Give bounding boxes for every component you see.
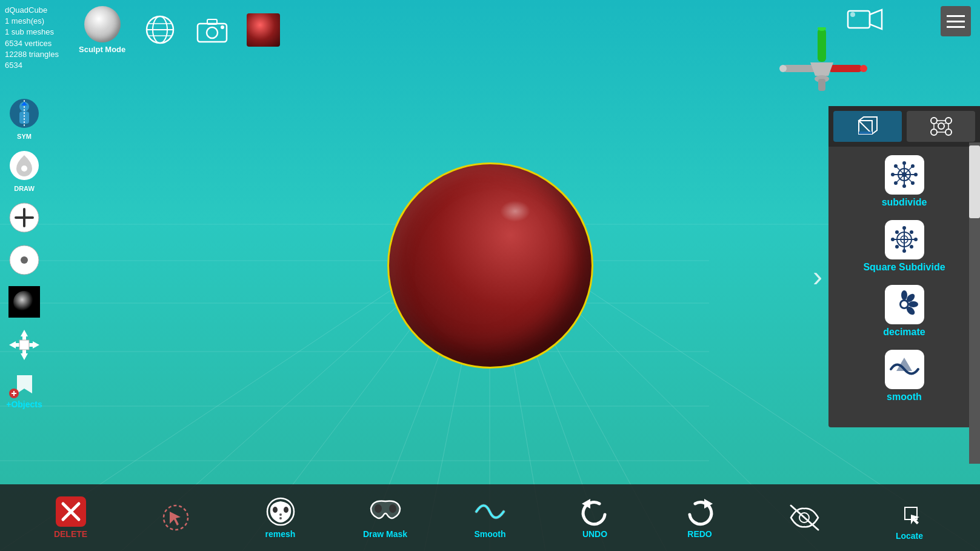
move-widget-button[interactable]: [6, 327, 42, 363]
delete-icon: [56, 496, 86, 527]
svg-rect-33: [828, 65, 862, 72]
draw-mask-label: Draw Mask: [363, 529, 407, 539]
right-panel: subdivide: [828, 106, 980, 427]
hamburger-menu-button[interactable]: [941, 6, 971, 36]
dashed-circle-icon: [161, 503, 191, 533]
hamburger-line-3: [947, 26, 965, 28]
delete-button[interactable]: DELETE: [47, 496, 95, 539]
decimate-icon: [885, 285, 924, 324]
svg-point-94: [894, 181, 898, 185]
svg-point-72: [931, 129, 937, 135]
remesh-label: remesh: [265, 529, 296, 539]
brush-opacity-icon: [8, 286, 40, 318]
hamburger-line-2: [947, 21, 965, 22]
locate-label: Locate: [896, 531, 923, 541]
panel-tab-cube[interactable]: [833, 111, 902, 142]
svg-point-106: [910, 245, 913, 249]
svg-point-92: [911, 181, 915, 185]
smooth-tool-button[interactable]: smooth: [833, 346, 975, 406]
add-icon: [8, 201, 41, 235]
svg-point-124: [273, 507, 278, 513]
sculpt-sphere[interactable]: [387, 162, 593, 369]
svg-point-28: [850, 12, 855, 17]
app-meshes: 1 mesh(es): [5, 16, 59, 27]
undo-button[interactable]: UNDO: [571, 496, 619, 539]
svg-point-128: [375, 504, 382, 513]
hamburger-line-1: [947, 15, 965, 17]
svg-marker-36: [810, 62, 833, 76]
draw-button[interactable]: DRAW: [7, 149, 42, 192]
globe-icon-button[interactable]: [144, 13, 177, 47]
add-button[interactable]: [7, 201, 42, 235]
svg-point-91: [894, 164, 898, 168]
svg-rect-61: [19, 340, 29, 350]
sym-icon: [8, 97, 41, 130]
draw-mask-button[interactable]: Draw Mask: [361, 496, 410, 539]
undo-icon: [578, 496, 612, 527]
add-objects-button[interactable]: +Objects: [6, 372, 42, 409]
locate-button[interactable]: Locate: [885, 495, 934, 541]
subdivide-icon: [885, 155, 924, 195]
decimate-label: decimate: [883, 327, 925, 338]
svg-point-101: [902, 226, 906, 230]
svg-point-127: [279, 517, 282, 519]
decimate-button[interactable]: decimate: [833, 281, 975, 341]
svg-point-105: [895, 230, 899, 234]
brush-opacity-button[interactable]: [7, 286, 42, 318]
sym-button[interactable]: SYM: [7, 97, 42, 140]
svg-point-25: [221, 25, 224, 29]
sculpt-mode-label: Sculpt Mode: [79, 45, 125, 54]
app-sub-meshes: 1 sub meshes: [5, 27, 59, 38]
left-sidebar: SYM DRAW: [6, 97, 42, 409]
app-title: dQuadCube: [5, 5, 59, 16]
svg-point-34: [860, 65, 867, 72]
svg-point-93: [911, 164, 915, 168]
hide-icon: [788, 503, 821, 533]
svg-point-107: [910, 230, 913, 234]
svg-point-129: [389, 504, 396, 513]
top-center-tools: Sculpt Mode: [79, 6, 280, 54]
circle-button[interactable]: [7, 244, 42, 277]
redo-icon: [683, 496, 716, 527]
app-triangles: 12288 triangles: [5, 49, 59, 60]
svg-point-113: [908, 301, 918, 307]
circle-icon: [8, 244, 41, 277]
draw-label: DRAW: [14, 185, 35, 192]
smooth-bottom-button[interactable]: Smooth: [466, 496, 515, 539]
svg-point-104: [914, 238, 918, 241]
svg-marker-66: [859, 117, 877, 134]
sym-label: SYM: [17, 133, 32, 140]
panel-tab-nodes[interactable]: [907, 111, 975, 142]
redo-label: REDO: [687, 529, 712, 539]
svg-point-52: [13, 291, 35, 313]
svg-point-90: [914, 173, 918, 176]
next-arrow-button[interactable]: ›: [813, 259, 822, 292]
app-vertices: 6534 vertices: [5, 38, 59, 49]
camera-button[interactable]: [195, 13, 228, 47]
redo-button[interactable]: REDO: [676, 496, 724, 539]
svg-point-50: [21, 256, 28, 264]
unknown-circle-button[interactable]: [152, 503, 200, 533]
locate-icon: [893, 495, 926, 529]
square-subdivide-button[interactable]: Square Subdivide: [833, 216, 975, 276]
transform-widget[interactable]: [768, 27, 877, 94]
smooth-tool-label: smooth: [887, 392, 922, 402]
svg-point-71: [945, 118, 952, 124]
app-info: dQuadCube 1 mesh(es) 1 sub meshes 6534 v…: [5, 5, 59, 71]
sculpt-mode-button[interactable]: Sculpt Mode: [79, 6, 125, 54]
material-preview-button[interactable]: [247, 13, 280, 47]
remesh-button[interactable]: remesh: [256, 496, 305, 539]
svg-point-87: [902, 161, 906, 165]
app-extra: 6534: [5, 60, 59, 71]
svg-point-108: [895, 245, 899, 249]
panel-scrollbar[interactable]: [969, 142, 980, 464]
draw-mask-icon: [370, 496, 401, 527]
smooth-bottom-icon: [473, 496, 507, 527]
svg-rect-38: [818, 79, 825, 91]
svg-point-103: [891, 238, 895, 241]
sphere-mesh: [387, 162, 593, 369]
draw-icon: [8, 149, 41, 182]
subdivide-button[interactable]: subdivide: [833, 152, 975, 212]
hide-button[interactable]: [781, 503, 829, 533]
remesh-icon: [265, 496, 296, 527]
